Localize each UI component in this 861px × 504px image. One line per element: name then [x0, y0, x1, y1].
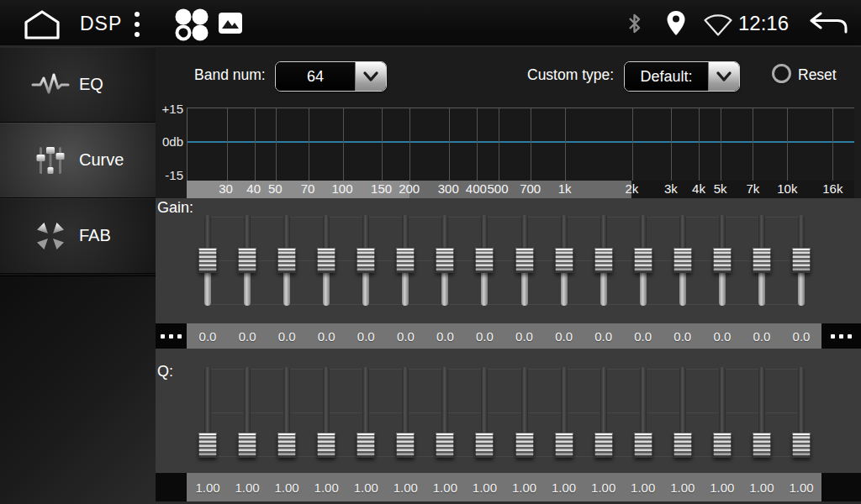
- slider-knob[interactable]: [317, 248, 335, 273]
- slider-knob[interactable]: [475, 433, 494, 458]
- gain-slider[interactable]: [317, 215, 335, 306]
- q-section: Q:: [156, 349, 861, 473]
- slider-track-upper: [679, 215, 686, 249]
- gain-slider[interactable]: [555, 215, 573, 306]
- gain-slider[interactable]: [594, 215, 613, 306]
- chevron-down-icon[interactable]: [355, 62, 386, 91]
- slider-knob[interactable]: [673, 433, 692, 458]
- q-slider[interactable]: [713, 367, 732, 458]
- q-slider[interactable]: [317, 367, 335, 458]
- custom-type-dropdown[interactable]: Default:: [624, 61, 740, 92]
- sidebar: EQ Curve: [0, 47, 156, 504]
- slider-knob[interactable]: [396, 433, 415, 458]
- q-slider[interactable]: [436, 367, 454, 458]
- q-slider[interactable]: [555, 367, 573, 458]
- slider-knob[interactable]: [594, 248, 613, 273]
- slider-knob[interactable]: [713, 248, 732, 273]
- gain-slider[interactable]: [357, 215, 375, 306]
- eq-plot[interactable]: [187, 108, 854, 181]
- overflow-menu-icon[interactable]: [135, 12, 140, 37]
- slider-knob[interactable]: [198, 433, 217, 458]
- slider-knob[interactable]: [634, 433, 652, 458]
- slider-knob[interactable]: [515, 248, 534, 273]
- home-icon[interactable]: [20, 8, 64, 40]
- q-slider[interactable]: [198, 367, 217, 458]
- eq-waveform-icon: [30, 72, 71, 97]
- q-slider[interactable]: [753, 367, 771, 458]
- q-slider[interactable]: [634, 367, 652, 458]
- slider-knob[interactable]: [673, 248, 692, 273]
- gain-slider[interactable]: [277, 215, 296, 306]
- slider-knob[interactable]: [357, 433, 375, 458]
- back-arrow-icon[interactable]: [809, 12, 849, 35]
- gain-more-right-button[interactable]: [821, 323, 861, 349]
- slider-knob[interactable]: [317, 433, 335, 458]
- slider-knob[interactable]: [792, 248, 811, 273]
- slider-knob[interactable]: [515, 433, 534, 458]
- slider-knob[interactable]: [753, 248, 771, 273]
- q-slider[interactable]: [277, 367, 296, 458]
- gain-slider[interactable]: [713, 215, 732, 306]
- slider-knob[interactable]: [792, 433, 811, 458]
- slider-knob[interactable]: [277, 433, 296, 458]
- slider-knob[interactable]: [594, 433, 613, 458]
- sidebar-item-label: FAB: [79, 226, 111, 245]
- q-slider[interactable]: [396, 367, 415, 458]
- gain-more-left-button[interactable]: [156, 323, 187, 349]
- band-num-dropdown[interactable]: 64: [275, 61, 387, 92]
- q-slider[interactable]: [515, 367, 534, 458]
- slider-knob[interactable]: [713, 433, 732, 458]
- main-panel: Band num: 64 Custom type: Default: Reset…: [156, 47, 861, 504]
- sidebar-item-curve[interactable]: Curve: [0, 123, 156, 198]
- q-slider[interactable]: [475, 367, 494, 458]
- slider-knob[interactable]: [753, 433, 771, 458]
- q-slider[interactable]: [238, 367, 256, 458]
- slider-knob[interactable]: [238, 248, 256, 273]
- gain-slider[interactable]: [515, 215, 534, 306]
- q-slider[interactable]: [673, 367, 692, 458]
- sidebar-item-label: Curve: [79, 150, 124, 170]
- slider-track-upper: [402, 215, 409, 249]
- q-value: 1.00: [346, 480, 385, 495]
- slider-knob[interactable]: [634, 248, 652, 273]
- q-slider[interactable]: [357, 367, 375, 458]
- gain-slider[interactable]: [238, 215, 256, 306]
- gain-slider[interactable]: [634, 215, 652, 306]
- slider-knob[interactable]: [555, 433, 573, 458]
- q-value: 1.00: [267, 480, 306, 495]
- gain-slider[interactable]: [436, 215, 454, 306]
- gain-slider[interactable]: [198, 215, 217, 306]
- slider-knob[interactable]: [357, 248, 375, 273]
- slider-knob[interactable]: [198, 248, 217, 273]
- gain-slider[interactable]: [792, 215, 811, 306]
- slider-knob[interactable]: [238, 433, 256, 458]
- slider-track-upper: [481, 215, 488, 249]
- q-value: 1.00: [307, 480, 346, 495]
- slider-track-upper: [640, 367, 647, 434]
- gallery-icon[interactable]: [219, 13, 242, 34]
- slider-knob[interactable]: [555, 248, 573, 273]
- apps-clover-icon[interactable]: [171, 7, 211, 42]
- custom-type-label: Custom type:: [527, 66, 614, 84]
- gain-slider[interactable]: [673, 215, 692, 306]
- slider-knob[interactable]: [277, 248, 296, 273]
- freq-tick-label: 10k: [777, 181, 797, 196]
- grid-vline: [449, 108, 450, 181]
- reset-radio-button[interactable]: [772, 64, 791, 83]
- gain-slider[interactable]: [475, 215, 494, 306]
- sidebar-item-fab[interactable]: FAB: [0, 198, 156, 274]
- gain-slider[interactable]: [396, 215, 415, 306]
- bluetooth-icon: [626, 12, 644, 35]
- q-slider[interactable]: [792, 367, 811, 458]
- slider-knob[interactable]: [475, 248, 494, 273]
- slider-knob[interactable]: [436, 433, 454, 458]
- sidebar-item-eq[interactable]: EQ: [0, 47, 156, 123]
- gain-slider[interactable]: [753, 215, 771, 306]
- grid-vline: [671, 108, 672, 181]
- q-value: 1.00: [703, 480, 742, 495]
- slider-knob[interactable]: [436, 248, 454, 273]
- slider-knob[interactable]: [396, 248, 415, 273]
- q-slider[interactable]: [594, 367, 613, 458]
- location-pin-icon: [666, 10, 686, 37]
- chevron-down-icon[interactable]: [708, 62, 739, 91]
